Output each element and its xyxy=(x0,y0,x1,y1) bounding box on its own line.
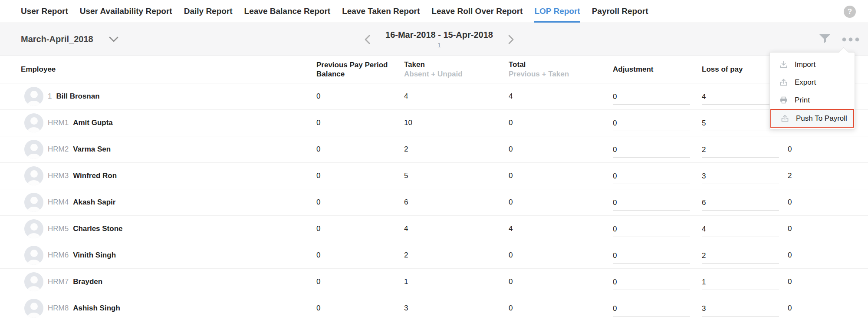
menu-item-push-to-payroll[interactable]: Push To Payroll xyxy=(771,110,853,127)
employee-cell: HRM6 Vinith Singh xyxy=(24,246,116,265)
avatar xyxy=(24,166,43,185)
table-row: HRM7 Brayden 0 1 0 0 1 0 xyxy=(0,269,868,295)
period-dropdown[interactable]: March-April_2018 xyxy=(21,23,118,56)
adjustment-input[interactable]: 0 xyxy=(613,225,690,237)
print-icon xyxy=(779,96,788,104)
table-row: HRM5 Charles Stone 0 4 4 0 4 0 xyxy=(0,216,868,242)
import-icon xyxy=(779,60,788,69)
menu-item-export-label: Export xyxy=(795,78,816,87)
employee-id: HRM1 xyxy=(48,119,69,127)
toolbar: March-April_2018 16-Mar-2018 - 15-Apr-20… xyxy=(0,23,868,56)
previous-balance-value: 0 xyxy=(316,198,320,207)
table-body: 1 Bill Brosnan 0 4 4 0 4 HRM1 Amit Gupta… xyxy=(0,83,868,320)
adjustment-input[interactable]: 0 xyxy=(613,172,690,184)
tab-user-report[interactable]: User Report xyxy=(21,0,68,23)
employee-id: HRM6 xyxy=(48,251,69,260)
loss-of-pay-input[interactable]: 2 xyxy=(702,251,779,264)
previous-balance-value: 0 xyxy=(316,92,320,101)
adjustment-input[interactable]: 0 xyxy=(613,304,690,317)
column-header-taken-title: Taken xyxy=(404,60,463,69)
loss-of-pay-input[interactable]: 4 xyxy=(702,92,779,105)
taken-value: 2 xyxy=(404,145,408,154)
loss-of-pay-input[interactable]: 6 xyxy=(702,198,779,211)
avatar xyxy=(24,272,43,291)
total-value: 4 xyxy=(509,92,513,101)
total-value: 0 xyxy=(509,277,513,286)
adjustment-input[interactable]: 0 xyxy=(613,198,690,211)
taken-value: 3 xyxy=(404,304,408,313)
tab-leave-roll-over-report[interactable]: Leave Roll Over Report xyxy=(431,0,523,23)
total-value: 4 xyxy=(509,224,513,233)
extra-column-value: 0 xyxy=(788,277,792,286)
more-options-button[interactable] xyxy=(842,37,859,42)
loss-of-pay-input[interactable]: 3 xyxy=(702,172,779,184)
loss-of-pay-input[interactable]: 5 xyxy=(702,119,779,131)
taken-value: 1 xyxy=(404,277,408,286)
employee-cell: HRM7 Brayden xyxy=(24,272,102,291)
previous-balance-value: 0 xyxy=(316,304,320,313)
taken-value: 4 xyxy=(404,224,408,233)
loss-of-pay-input[interactable]: 3 xyxy=(702,304,779,317)
total-value: 0 xyxy=(509,304,513,313)
employee-id: HRM8 xyxy=(48,304,69,313)
loss-of-pay-input[interactable]: 4 xyxy=(702,225,779,237)
table-row: HRM8 Ashish Singh 0 3 0 0 3 0 xyxy=(0,295,868,320)
table-header: Employee Previous Pay Period Balance Tak… xyxy=(0,56,868,83)
employee-name: Bill Brosnan xyxy=(56,92,99,101)
menu-item-export[interactable]: Export xyxy=(770,73,855,91)
adjustment-input[interactable]: 0 xyxy=(613,119,690,131)
employee-cell: HRM8 Ashish Singh xyxy=(24,299,120,318)
employee-cell: HRM1 Amit Gupta xyxy=(24,113,113,132)
taken-value: 2 xyxy=(404,251,408,260)
ellipsis-icon xyxy=(842,37,859,42)
previous-balance-value: 0 xyxy=(316,277,320,286)
tab-leave-balance-report[interactable]: Leave Balance Report xyxy=(244,0,331,23)
extra-column-value: 0 xyxy=(788,145,792,154)
total-value: 0 xyxy=(509,251,513,260)
menu-item-print[interactable]: Print xyxy=(770,91,855,109)
adjustment-input[interactable]: 0 xyxy=(613,251,690,264)
avatar xyxy=(24,87,43,106)
loss-of-pay-input[interactable]: 2 xyxy=(702,145,779,158)
tab-daily-report[interactable]: Daily Report xyxy=(184,0,233,23)
help-icon[interactable]: ? xyxy=(844,6,856,18)
table-row: 1 Bill Brosnan 0 4 4 0 4 xyxy=(0,83,868,110)
table-row: HRM3 Winfred Ron 0 5 0 0 3 2 xyxy=(0,163,868,189)
adjustment-input[interactable]: 0 xyxy=(613,92,690,105)
column-header-total-title: Total xyxy=(509,60,569,69)
employee-name: Ashish Singh xyxy=(73,304,120,313)
employee-name: Charles Stone xyxy=(73,224,122,233)
employee-id: HRM7 xyxy=(48,277,69,286)
extra-column-value: 0 xyxy=(788,304,792,313)
employee-cell: HRM3 Winfred Ron xyxy=(24,166,117,185)
avatar xyxy=(24,219,43,238)
menu-item-import[interactable]: Import xyxy=(770,56,855,73)
adjustment-input[interactable]: 0 xyxy=(613,145,690,158)
page-number: 1 xyxy=(385,41,493,49)
column-header-adjustment: Adjustment xyxy=(613,65,654,74)
extra-column-value: 0 xyxy=(788,251,792,260)
tab-payroll-report[interactable]: Payroll Report xyxy=(592,0,648,23)
tab-lop-report[interactable]: LOP Report xyxy=(534,0,580,23)
chevron-right-icon xyxy=(508,34,514,45)
report-tab-bar: User Report User Availability Report Dai… xyxy=(0,0,868,23)
tab-leave-taken-report[interactable]: Leave Taken Report xyxy=(342,0,420,23)
tab-user-availability-report[interactable]: User Availability Report xyxy=(80,0,172,23)
employee-name: Amit Gupta xyxy=(73,119,113,127)
next-period-button[interactable] xyxy=(508,34,514,45)
filter-button[interactable] xyxy=(819,34,831,45)
chevron-left-icon xyxy=(364,34,371,45)
export-icon xyxy=(779,78,788,86)
date-range-block: 16-Mar-2018 - 15-Apr-2018 1 xyxy=(385,30,493,49)
column-header-previous-balance: Previous Pay Period Balance xyxy=(316,60,388,79)
employee-cell: 1 Bill Brosnan xyxy=(24,87,100,106)
previous-balance-value: 0 xyxy=(316,224,320,233)
column-header-total-subtitle: Previous + Taken xyxy=(509,70,569,79)
column-header-total: Total Previous + Taken xyxy=(509,60,569,79)
taken-value: 5 xyxy=(404,172,408,180)
previous-period-button[interactable] xyxy=(364,34,371,45)
loss-of-pay-input[interactable]: 1 xyxy=(702,278,779,290)
avatar xyxy=(24,246,43,265)
date-pager: 16-Mar-2018 - 15-Apr-2018 1 xyxy=(364,23,514,56)
adjustment-input[interactable]: 0 xyxy=(613,278,690,290)
